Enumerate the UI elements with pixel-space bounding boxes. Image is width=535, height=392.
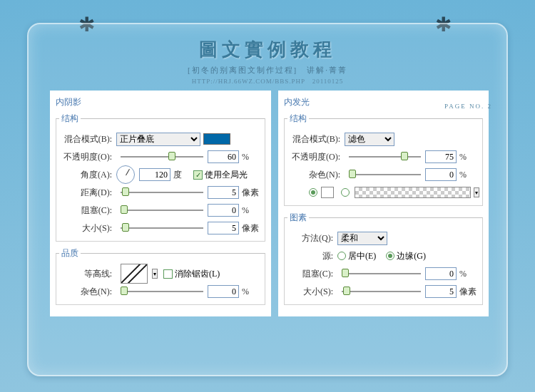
blend-mode-label: 混合模式(B):	[287, 133, 345, 145]
contour-picker[interactable]	[121, 264, 148, 284]
distance-slider[interactable]	[121, 187, 203, 197]
global-light-checkbox[interactable]: ✓	[193, 170, 203, 180]
gradient-radio[interactable]	[341, 188, 350, 197]
size-slider[interactable]	[342, 287, 421, 296]
inner-shadow-panel: 内阴影 结构 混合模式(B): 正片叠底 不透明度(O): % 角度(A):	[50, 91, 271, 316]
elements-legend: 图素	[287, 212, 309, 224]
angle-label: 角度(A):	[59, 169, 116, 181]
structure-group: 结构 混合模式(B): 正片叠底 不透明度(O): % 角度(A): 度 ✓	[56, 113, 265, 242]
source-label: 源:	[287, 250, 337, 262]
angle-input[interactable]	[139, 168, 170, 181]
choke-label: 阻塞(C):	[287, 268, 337, 280]
quality-legend: 品质	[59, 247, 81, 259]
technique-label: 方法(Q):	[287, 232, 337, 244]
contour-label: 等高线:	[59, 268, 116, 280]
choke-slider[interactable]	[342, 269, 421, 279]
glow-color-swatch[interactable]	[321, 187, 334, 198]
gradient-picker[interactable]	[355, 187, 471, 198]
antialias-label: 消除锯齿(L)	[175, 268, 220, 280]
angle-degree: 度	[173, 169, 193, 181]
distance-label: 距离(D):	[59, 187, 116, 199]
opacity-slider[interactable]	[121, 152, 203, 162]
structure-group: 结构 混合模式(B): 滤色 不透明度(O): % 杂色(N): %	[284, 113, 483, 206]
choke-input[interactable]	[208, 204, 239, 217]
inner-glow-panel: 内发光 结构 混合模式(B): 滤色 不透明度(O): % 杂色(N): %	[278, 91, 489, 316]
blend-mode-label: 混合模式(B):	[59, 133, 116, 145]
opacity-slider[interactable]	[349, 152, 421, 162]
shadow-color-swatch[interactable]	[203, 133, 230, 145]
choke-slider[interactable]	[121, 205, 203, 215]
center-label: 居中(E)	[348, 250, 376, 262]
page-number: PAGE NO. 2	[444, 103, 492, 110]
noise-label: 杂色(N):	[59, 286, 116, 298]
glass-frame: 圖文實例教程 [初冬的别离图文制作过程] 讲解·菁菁 HTTP://HRJ.66…	[27, 23, 508, 376]
opacity-label: 不透明度(O):	[59, 151, 116, 163]
page-title: 圖文實例教程	[29, 37, 506, 62]
structure-legend: 结构	[287, 113, 309, 125]
size-slider[interactable]	[121, 223, 203, 233]
size-input[interactable]	[208, 222, 239, 234]
angle-dial[interactable]	[116, 165, 135, 184]
blend-mode-select[interactable]: 正片叠底	[116, 133, 200, 146]
noise-label: 杂色(N):	[287, 169, 345, 181]
edge-label: 边缘(G)	[397, 250, 426, 262]
choke-input[interactable]	[425, 267, 457, 280]
size-label: 大小(S):	[287, 286, 337, 298]
noise-input[interactable]	[425, 168, 457, 181]
page-subtitle: [初冬的别离图文制作过程] 讲解·菁菁	[29, 65, 506, 76]
noise-slider[interactable]	[349, 170, 421, 180]
distance-input[interactable]	[208, 186, 239, 199]
antialias-checkbox[interactable]	[163, 269, 173, 279]
quality-group: 品质 等高线: ▾ 消除锯齿(L) 杂色(N): %	[56, 247, 265, 305]
panel-title: 内阴影	[51, 95, 270, 110]
size-input[interactable]	[425, 285, 457, 298]
size-label: 大小(S):	[59, 222, 116, 234]
choke-label: 阻塞(C):	[59, 205, 116, 217]
structure-legend: 结构	[59, 113, 81, 125]
technique-select[interactable]: 柔和	[337, 232, 387, 245]
center-radio[interactable]	[337, 252, 346, 260]
noise-input[interactable]	[208, 285, 239, 298]
opacity-input[interactable]	[208, 150, 239, 163]
opacity-label: 不透明度(O):	[287, 151, 345, 163]
edge-radio[interactable]	[386, 252, 394, 260]
elements-group: 图素 方法(Q): 柔和 源: 居中(E) 边缘(G) 阻塞(C): %	[284, 212, 483, 305]
gradient-dropdown-icon[interactable]: ▾	[474, 187, 479, 197]
color-radio[interactable]	[309, 188, 317, 197]
opacity-input[interactable]	[425, 150, 457, 163]
contour-dropdown-icon[interactable]: ▾	[152, 269, 158, 279]
global-light-label: 使用全局光	[205, 169, 248, 181]
blend-mode-select[interactable]: 滤色	[345, 133, 394, 146]
page-url: HTTP://HRJ.66WZ.COM/BBS.PHP 20110125	[29, 77, 506, 86]
noise-slider[interactable]	[121, 287, 203, 296]
